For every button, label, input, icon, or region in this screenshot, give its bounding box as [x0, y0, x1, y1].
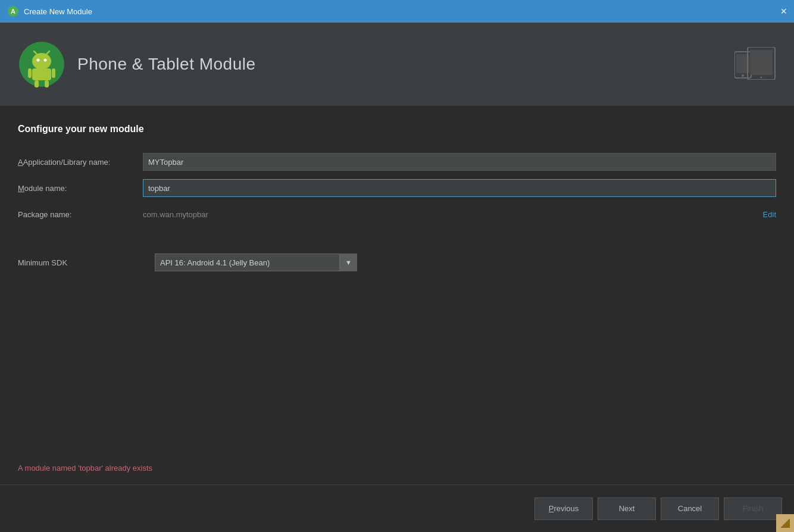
form-area: AApplication/Library name: Module name: … — [18, 152, 776, 224]
svg-point-4 — [37, 59, 40, 62]
svg-rect-11 — [35, 80, 39, 87]
device-icon — [734, 47, 776, 82]
svg-point-15 — [742, 74, 744, 77]
android-logo — [18, 40, 65, 88]
next-button[interactable]: Next — [598, 497, 656, 520]
svg-marker-19 — [780, 518, 790, 528]
title-bar: A Create New Module × — [0, 0, 794, 23]
main-content: Configure your new module AApplication/L… — [0, 106, 794, 271]
title-bar-title: Create New Module — [24, 7, 92, 16]
svg-rect-10 — [52, 68, 55, 78]
sdk-select-wrapper: API 16: Android 4.1 (Jelly Bean)API 17: … — [155, 254, 357, 271]
section-title: Configure your new module — [18, 124, 776, 134]
app-library-name-row: AApplication/Library name: — [18, 152, 776, 171]
sdk-label: Minimum SDK — [18, 258, 143, 267]
svg-rect-17 — [750, 50, 773, 75]
error-message: A module named 'topbar' already exists — [18, 464, 152, 472]
edit-link[interactable]: Edit — [763, 210, 776, 219]
package-name-row-content: com.wan.mytopbar Edit — [143, 210, 776, 219]
svg-rect-8 — [32, 68, 51, 80]
package-name-row: Package name: com.wan.mytopbar Edit — [18, 205, 776, 224]
close-button[interactable]: × — [780, 6, 787, 17]
app-library-name-input[interactable] — [143, 153, 776, 171]
svg-rect-12 — [45, 80, 49, 87]
corner-indicator — [776, 514, 794, 532]
sdk-section: Minimum SDK API 16: Android 4.1 (Jelly B… — [18, 254, 776, 271]
title-bar-left: A Create New Module — [7, 5, 92, 17]
footer: Previous Next Cancel Finish — [0, 484, 794, 532]
header-title: Phone & Tablet Module — [77, 55, 256, 74]
svg-rect-9 — [28, 68, 32, 78]
svg-text:A: A — [11, 8, 15, 15]
svg-point-18 — [761, 76, 762, 78]
header-area: Phone & Tablet Module — [0, 23, 794, 106]
package-name-value: com.wan.mytopbar — [143, 210, 757, 219]
cancel-button[interactable]: Cancel — [661, 497, 719, 520]
package-name-label: Package name: — [18, 210, 143, 219]
corner-icon — [780, 518, 790, 528]
module-name-row: Module name: — [18, 179, 776, 198]
sdk-select[interactable]: API 16: Android 4.1 (Jelly Bean)API 17: … — [155, 254, 357, 271]
finish-button[interactable]: Finish — [724, 497, 782, 520]
header-left: Phone & Tablet Module — [18, 40, 256, 88]
svg-point-5 — [44, 59, 47, 62]
module-name-label: Module name: — [18, 184, 143, 193]
previous-button[interactable]: Previous — [534, 497, 593, 520]
svg-point-3 — [32, 53, 51, 70]
module-name-input[interactable] — [143, 179, 776, 197]
android-studio-icon: A — [7, 5, 19, 17]
app-library-name-label: AApplication/Library name: — [18, 158, 143, 167]
